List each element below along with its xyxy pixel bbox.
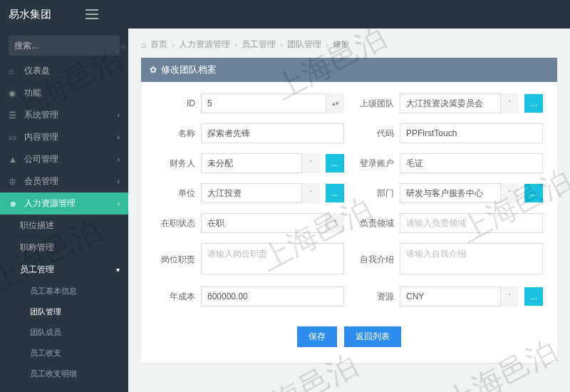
nav-company[interactable]: ▲公司管理‹ bbox=[0, 148, 128, 170]
unit-more-button[interactable]: ... bbox=[326, 184, 344, 202]
id-input[interactable] bbox=[201, 93, 344, 113]
login-label: 登录账户 bbox=[354, 158, 394, 170]
nav-team-mgmt[interactable]: 团队管理 bbox=[0, 301, 128, 322]
self-intro-textarea[interactable] bbox=[400, 243, 543, 274]
nav-emp-info[interactable]: 员工基本信息 bbox=[0, 281, 128, 301]
panel-title: 修改团队档案 bbox=[161, 63, 217, 76]
breadcrumb: ⌂ 首页› 人力资源管理› 员工管理› 团队管理› 修改 bbox=[128, 36, 570, 58]
home-icon: ⌂ bbox=[141, 40, 146, 50]
nav-member[interactable]: ♔会员管理‹ bbox=[0, 170, 128, 192]
job-desc-textarea[interactable] bbox=[201, 243, 344, 274]
gear-icon: ☰ bbox=[9, 110, 19, 120]
back-button[interactable]: 返回列表 bbox=[344, 326, 401, 347]
users-icon: ☻ bbox=[9, 199, 19, 209]
nav-team-members[interactable]: 团队成员 bbox=[0, 322, 128, 343]
annual-cost-label: 年成本 bbox=[155, 291, 195, 303]
building-icon: ▲ bbox=[9, 155, 19, 165]
crumb[interactable]: 人力资源管理 bbox=[179, 38, 230, 51]
name-label: 名称 bbox=[155, 128, 195, 140]
code-label: 代码 bbox=[354, 128, 394, 140]
code-input[interactable] bbox=[400, 123, 543, 143]
panel-body: ID ▴▾ 上级团队 ˅ ... 名称 代码 bbox=[141, 82, 557, 363]
nav-emp-inout-detail[interactable]: 员工收支明细 bbox=[0, 363, 128, 384]
nav-functions[interactable]: ◉功能 bbox=[0, 82, 128, 104]
book-icon: ▭ bbox=[9, 133, 19, 143]
crumb[interactable]: 员工管理 bbox=[242, 38, 276, 51]
annual-cost-input[interactable] bbox=[201, 287, 344, 306]
hamburger-icon bbox=[86, 9, 98, 19]
nav-emp-mgmt[interactable]: 员工管理▾ bbox=[0, 259, 128, 281]
finance-label: 财务人 bbox=[155, 158, 195, 170]
unit-label: 单位 bbox=[155, 187, 195, 200]
dept-select[interactable] bbox=[400, 183, 519, 203]
currency-label: 资源 bbox=[354, 291, 394, 303]
search-icon: ⌕ bbox=[121, 41, 126, 50]
nav-emp-inout[interactable]: 员工收支 bbox=[0, 343, 128, 363]
crumb[interactable]: 首页 bbox=[150, 38, 167, 51]
chevron-left-icon: ‹ bbox=[118, 155, 120, 163]
parent-team-more-button[interactable]: ... bbox=[524, 94, 543, 113]
brand: 易水集团 bbox=[9, 8, 51, 21]
nav-dashboard[interactable]: ⌂仪表盘 bbox=[0, 60, 128, 82]
duty-area-label: 负责领域 bbox=[354, 217, 394, 229]
unit-select[interactable] bbox=[201, 183, 320, 203]
crumb[interactable]: 团队管理 bbox=[287, 38, 321, 51]
chevron-left-icon: ‹ bbox=[118, 111, 120, 119]
chevron-left-icon: ‹ bbox=[118, 133, 120, 141]
chevron-down-icon: ▾ bbox=[116, 266, 120, 274]
topbar: 易水集团 bbox=[0, 0, 570, 29]
menu-toggle[interactable] bbox=[86, 9, 98, 19]
finance-select[interactable] bbox=[201, 153, 320, 173]
currency-select[interactable] bbox=[400, 287, 519, 306]
self-intro-label: 自我介绍 bbox=[354, 254, 394, 266]
search-input[interactable] bbox=[14, 41, 121, 51]
nav-content[interactable]: ▭内容管理‹ bbox=[0, 126, 128, 148]
dept-more-button[interactable]: ... bbox=[524, 184, 543, 202]
chevron-left-icon: ‹ bbox=[118, 177, 120, 185]
chevron-left-icon: ‹ bbox=[118, 200, 120, 207]
dept-label: 部门 bbox=[354, 187, 394, 200]
parent-team-select[interactable] bbox=[400, 93, 519, 113]
search-box[interactable]: ⌕ bbox=[9, 36, 120, 56]
globe-icon: ◉ bbox=[9, 88, 19, 98]
name-input[interactable] bbox=[201, 123, 344, 143]
panel: ✿ 修改团队档案 ID ▴▾ 上级团队 ˅ ... bbox=[141, 58, 557, 363]
main: ⌂ 首页› 人力资源管理› 员工管理› 团队管理› 修改 ✿ 修改团队档案 ID… bbox=[128, 29, 570, 392]
action-bar: 保存 返回列表 bbox=[155, 316, 543, 351]
nav-hr[interactable]: ☻人力资源管理‹ bbox=[0, 192, 128, 215]
nav-title-mgmt[interactable]: 职称管理 bbox=[0, 237, 128, 259]
finance-more-button[interactable]: ... bbox=[326, 154, 344, 172]
login-input[interactable] bbox=[400, 153, 543, 173]
status-select[interactable] bbox=[201, 213, 344, 233]
id-label: ID bbox=[155, 98, 195, 108]
duty-area-input[interactable] bbox=[400, 213, 543, 233]
trophy-icon: ♔ bbox=[9, 177, 19, 187]
gear-icon: ✿ bbox=[150, 65, 157, 75]
job-desc-label: 岗位职责 bbox=[155, 254, 195, 266]
nav-system[interactable]: ☰系统管理‹ bbox=[0, 104, 128, 126]
nav-job-desc[interactable]: 职位描述 bbox=[0, 215, 128, 237]
panel-head: ✿ 修改团队档案 bbox=[141, 58, 557, 82]
currency-more-button[interactable]: ... bbox=[524, 287, 543, 306]
save-button[interactable]: 保存 bbox=[297, 326, 337, 347]
home-icon: ⌂ bbox=[9, 66, 19, 76]
status-label: 在职状态 bbox=[155, 217, 195, 229]
parent-team-label: 上级团队 bbox=[354, 98, 394, 110]
sidebar: ⌕ ⌂仪表盘 ◉功能 ☰系统管理‹ ▭内容管理‹ ▲公司管理‹ ♔会员管理‹ ☻… bbox=[0, 29, 128, 392]
crumb: 修改 bbox=[333, 38, 350, 51]
